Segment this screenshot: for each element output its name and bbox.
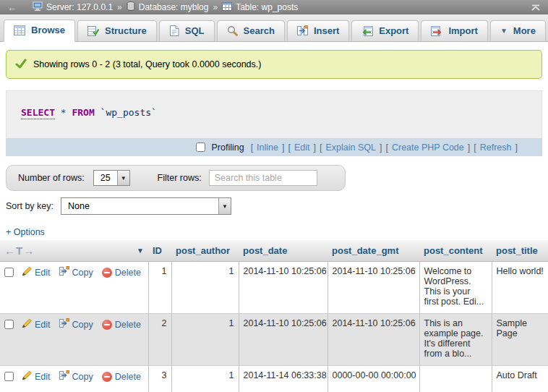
copy-label: Copy [72, 320, 93, 330]
breadcrumb-table-label: Table: wp_posts [236, 2, 298, 12]
bracket: [ [320, 142, 322, 153]
edit-row-link[interactable]: Edit [22, 370, 51, 383]
copy-row-link[interactable]: Copy [59, 318, 93, 331]
tab-browse-label: Browse [31, 25, 65, 35]
cell-post-title: Hello world! [492, 262, 548, 314]
column-header-post-date[interactable]: post_date [239, 240, 327, 262]
number-of-rows-label: Number of rows: [18, 173, 85, 183]
cell-post-date-gmt: 0000-00-00 00:00:00 [327, 366, 419, 392]
sql-keyword-select: SELECT [21, 107, 55, 119]
copy-label: Copy [72, 372, 93, 382]
tab-sql[interactable]: SQL [159, 20, 215, 41]
sql-edit-link[interactable]: Edit [294, 142, 310, 153]
cell-post-date: 2014-11-14 06:33:38 [239, 366, 327, 392]
tab-search-label: Search [244, 25, 275, 36]
chevron-down-icon: ▼ [117, 171, 129, 185]
sql-query-area: SELECT * FROM `wp_posts` [6, 90, 542, 138]
tab-import-label: Import [448, 25, 477, 36]
tab-export[interactable]: Export [351, 20, 419, 41]
chevron-down-icon[interactable]: ▼ [137, 247, 144, 255]
tab-more-label: More [513, 25, 536, 36]
rows-per-page-select[interactable]: 25 ▼ [93, 170, 130, 186]
sql-php-code-link[interactable]: Create PHP Code [392, 142, 464, 153]
column-header-post-author[interactable]: post_author [171, 240, 239, 262]
breadcrumb-server[interactable]: Server: 127.0.0.1 [33, 1, 113, 13]
profiling-checkbox[interactable] [196, 142, 205, 152]
cell-post-content [419, 366, 492, 392]
table-header-row: ←T→ ▼ ID post_author post_date post_date… [0, 240, 548, 262]
cell-post-title: Auto Draft [492, 366, 548, 392]
edit-label: Edit [35, 320, 51, 330]
tab-insert[interactable]: Insert [287, 20, 349, 41]
delete-row-link[interactable]: Delete [102, 320, 141, 330]
filter-rows-input[interactable] [209, 170, 317, 186]
sql-star: * [61, 107, 67, 118]
edit-label: Edit [35, 268, 51, 278]
copy-label: Copy [72, 268, 93, 278]
pencil-icon [22, 266, 32, 278]
table-row: Edit Copy Delete 1 1 2014-11-10 10:25:06… [0, 262, 548, 314]
bracket: ] [468, 142, 470, 153]
breadcrumb-database[interactable]: Database: myblog [127, 1, 209, 13]
breadcrumb: ← Server: 127.0.0.1 » Database: myblog »… [0, 0, 548, 14]
table-row: Edit Copy Delete 3 1 2014-11-14 06:33:38… [0, 366, 548, 392]
tab-search[interactable]: Search [217, 20, 285, 41]
tab-insert-label: Insert [314, 25, 339, 36]
copy-icon [59, 266, 69, 278]
tab-browse[interactable]: Browse [4, 20, 75, 42]
sql-query-box: SELECT * FROM `wp_posts` Profiling [Inli… [6, 90, 542, 156]
sql-query-text: SELECT * FROM `wp_posts` [21, 107, 157, 119]
sql-table-name: `wp_posts` [100, 107, 157, 118]
bracket: [ [474, 142, 476, 153]
copy-row-link[interactable]: Copy [59, 266, 93, 278]
column-header-post-title[interactable]: post_title [492, 240, 548, 262]
edit-row-link[interactable]: Edit [22, 266, 51, 278]
delete-label: Delete [115, 320, 141, 330]
delete-icon [102, 268, 112, 278]
delete-label: Delete [115, 372, 141, 382]
bracket: [ [251, 142, 253, 153]
sql-refresh-link[interactable]: Refresh [480, 142, 512, 153]
bracket: ] [380, 142, 382, 153]
sort-by-key-select[interactable]: None ▼ [61, 197, 231, 215]
cell-post-content: Welcome to WordPress. This is your first… [419, 262, 492, 314]
tab-import[interactable]: Import [421, 20, 487, 41]
cell-post-date-gmt: 2014-11-10 10:25:06 [327, 314, 419, 366]
options-toggle-link[interactable]: + Options [6, 227, 45, 237]
edit-row-link[interactable]: Edit [22, 318, 51, 331]
transpose-icon[interactable]: ←T→ [4, 244, 35, 257]
sql-tools-bar: Profiling [Inline] [Edit] [Explain SQL] … [6, 138, 542, 156]
status-message-text: Showing rows 0 - 2 (3 total, Query took … [33, 59, 261, 69]
breadcrumb-table[interactable]: Table: wp_posts [222, 2, 298, 13]
tab-sql-label: SQL [185, 25, 205, 36]
collapse-panel-icon[interactable] [531, 4, 541, 11]
sort-by-key-label: Sort by key: [6, 201, 53, 211]
delete-row-link[interactable]: Delete [102, 372, 141, 382]
copy-row-link[interactable]: Copy [59, 370, 93, 383]
pencil-icon [22, 318, 32, 331]
bracket: [ [288, 142, 290, 153]
tab-structure[interactable]: Structure [77, 20, 157, 41]
cell-post-date: 2014-11-10 10:25:06 [239, 314, 327, 366]
copy-icon [59, 318, 69, 331]
row-checkbox[interactable] [4, 320, 14, 329]
column-header-post-content[interactable]: post_content [419, 240, 492, 262]
back-arrow-icon[interactable]: ← [7, 2, 17, 13]
tab-more[interactable]: ▼ More [490, 20, 546, 41]
column-header-id[interactable]: ID [148, 240, 171, 262]
sql-inline-link[interactable]: Inline [257, 142, 278, 153]
tab-bar: Browse Structure SQL Search Insert Expor… [0, 14, 548, 42]
column-header-post-date-gmt[interactable]: post_date_gmt [327, 240, 419, 262]
sql-explain-link[interactable]: Explain SQL [325, 142, 375, 153]
database-icon [127, 1, 135, 13]
delete-row-link[interactable]: Delete [102, 268, 141, 278]
server-icon [33, 1, 43, 13]
cell-post-date-gmt: 2014-11-10 10:25:06 [327, 262, 419, 314]
cell-id: 3 [148, 366, 171, 392]
table-icon [222, 2, 232, 13]
row-checkbox[interactable] [4, 268, 14, 277]
breadcrumb-separator: » [117, 2, 122, 12]
row-checkbox[interactable] [4, 372, 14, 381]
cell-post-content: This is an example page. It's different … [419, 314, 492, 366]
delete-icon [102, 372, 112, 382]
